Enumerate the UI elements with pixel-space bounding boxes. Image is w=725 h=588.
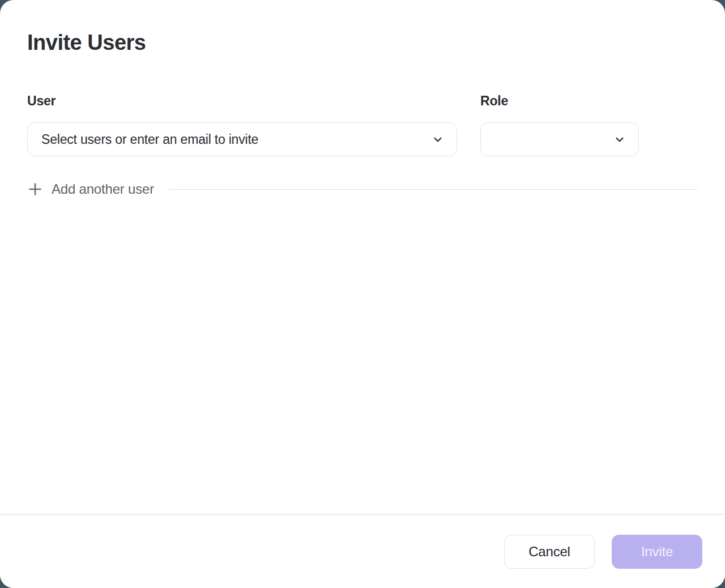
chevron-down-icon: [613, 133, 626, 146]
plus-icon: [27, 181, 43, 197]
invite-fields-row: User Select users or enter an email to i…: [27, 93, 698, 156]
page-title: Invite Users: [27, 29, 698, 56]
invite-users-dialog: Invite Users User Select users or enter …: [0, 0, 725, 588]
chevron-down-icon: [432, 133, 444, 146]
user-field-label: User: [27, 93, 457, 109]
add-user-row: Add another user: [27, 178, 698, 201]
user-select[interactable]: Select users or enter an email to invite: [27, 122, 457, 156]
role-field: Role: [480, 93, 639, 156]
add-another-user-button[interactable]: Add another user: [27, 181, 154, 197]
cancel-button[interactable]: Cancel: [504, 535, 595, 569]
dialog-body: Invite Users User Select users or enter …: [0, 0, 725, 201]
dialog-footer: Cancel Invite: [0, 514, 725, 588]
invite-button[interactable]: Invite: [612, 535, 702, 569]
user-field: User Select users or enter an email to i…: [27, 93, 457, 156]
dialog-empty-area: [0, 201, 725, 514]
role-field-label: Role: [480, 93, 639, 109]
add-user-divider: [169, 189, 698, 190]
add-another-user-label: Add another user: [52, 181, 154, 197]
user-select-placeholder: Select users or enter an email to invite: [41, 132, 258, 147]
role-select[interactable]: [480, 122, 639, 156]
